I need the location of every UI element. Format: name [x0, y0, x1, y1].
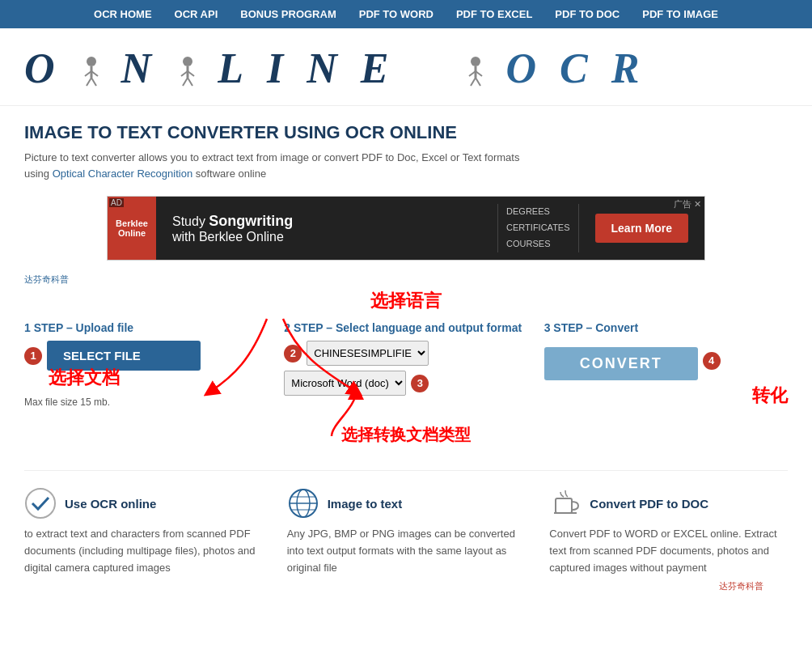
step3-title: 3 STEP – Convert [544, 321, 788, 334]
ad-label: AD [109, 198, 124, 207]
ad-learn-more-button[interactable]: Learn More [595, 214, 688, 243]
nav-bonus-program[interactable]: BONUS PROGRAM [229, 0, 347, 28]
ad-text-line1: Study [172, 214, 209, 228]
convert-annotation: 转化 [544, 384, 788, 408]
svg-line-5 [91, 78, 96, 86]
feature-use-ocr: Use OCR online to extract text and chara… [24, 487, 263, 576]
feature-use-ocr-title: Use OCR online [65, 497, 156, 511]
features-section: Use OCR online to extract text and chara… [24, 470, 788, 576]
check-circle-icon [24, 487, 57, 519]
svg-point-6 [183, 57, 192, 66]
ad-text-bold: Songwriting [209, 213, 293, 229]
svg-line-4 [87, 78, 91, 86]
steps-section: 1 STEP – Upload file 1 SELECT FILE 选择文档 … [24, 321, 788, 408]
nav-pdf-to-doc[interactable]: PDF TO DOC [543, 0, 631, 28]
ad-close-button[interactable]: 广告 ✕ [674, 198, 701, 210]
ad-banner: AD Berklee Online Study Songwriting with… [107, 196, 705, 261]
ad-text-line2: with Berklee Online [172, 230, 284, 244]
cup-icon [549, 487, 582, 519]
nav-pdf-to-image[interactable]: PDF TO IMAGE [631, 0, 730, 28]
step1-title: 1 STEP – Upload file [24, 321, 268, 334]
page-description: Picture to text converter allows you to … [24, 150, 788, 184]
select-doc-annotation: 选择转换文档类型 [24, 424, 788, 446]
feature-convert-pdf-desc: Convert PDF to WORD or EXCEL online. Ext… [549, 526, 788, 576]
svg-point-12 [471, 57, 480, 66]
feature-use-ocr-header: Use OCR online [24, 487, 263, 519]
feature-convert-pdf: Convert PDF to DOC Convert PDF to WORD o… [549, 487, 788, 576]
page-title: IMAGE TO TEXT CONVERTER USING OCR ONLINE [24, 122, 788, 143]
desc-text-3: software online [192, 167, 266, 180]
svg-line-11 [188, 78, 192, 86]
svg-point-0 [87, 57, 96, 66]
feature-image-to-text-title: Image to text [328, 497, 403, 511]
steps-wrapper: 选择语言 1 STEP – Upload file 1 SELECT FILE … [24, 289, 788, 446]
ad-middle-1: DEGREES [506, 204, 569, 220]
desc-ocr-link[interactable]: Optical Character Recognition [53, 167, 192, 180]
step3-box: 3 STEP – Convert CONVERT 4 转化 [544, 321, 788, 408]
svg-rect-24 [556, 498, 572, 513]
nav-bar: OCR HOME OCR API BONUS PROGRAM PDF TO WO… [0, 0, 812, 28]
select-file-label: SELECT FILE [63, 349, 141, 363]
step1-box: 1 STEP – Upload file 1 SELECT FILE 选择文档 … [24, 321, 268, 408]
watermark-top: 达芬奇科普 [24, 273, 788, 286]
feature-use-ocr-desc: to extract text and characters from scan… [24, 526, 263, 576]
main-content: IMAGE TO TEXT CONVERTER USING OCR ONLINE… [0, 106, 812, 612]
footer-watermark: 达芬奇科普 [24, 577, 788, 596]
ad-text: Study Songwriting with Berklee Online [156, 213, 497, 244]
svg-line-17 [476, 78, 480, 86]
nav-ocr-api[interactable]: OCR API [163, 0, 230, 28]
svg-line-16 [471, 78, 476, 86]
logo-area: O N L I N E O C R [0, 28, 812, 106]
svg-line-10 [183, 78, 188, 86]
format-select[interactable]: Microsoft Word (doc) Plain Text (txt) Ad… [284, 371, 406, 396]
globe-icon [287, 487, 319, 519]
nav-pdf-to-excel[interactable]: PDF TO EXCEL [445, 0, 543, 28]
site-logo: O N L I N E O C R [24, 45, 788, 97]
step1-badge: 1 [24, 347, 42, 365]
max-file-text: Max file size 15 mb. [24, 396, 268, 408]
convert-label: CONVERT [580, 355, 662, 372]
feature-convert-pdf-title: Convert PDF to DOC [590, 497, 708, 511]
ad-logo-line2: Online [118, 228, 146, 238]
steps-annot-container: 选择语言 1 STEP – Upload file 1 SELECT FILE … [24, 289, 788, 446]
feature-image-to-text-header: Image to text [287, 487, 526, 519]
select-lang-annotation: 选择语言 [24, 289, 788, 313]
feature-convert-pdf-header: Convert PDF to DOC [549, 487, 788, 519]
feature-image-to-text-desc: Any JPG, BMP or PNG images can be conver… [287, 526, 526, 576]
desc-text-1: Picture to text converter allows you to … [24, 151, 519, 163]
step2-title: 2 STEP – Select language and output form… [284, 321, 527, 334]
convert-button[interactable]: CONVERT [544, 347, 698, 380]
step2-box: 2 STEP – Select language and output form… [284, 321, 527, 396]
choose-doc-label: 选择文档 [49, 367, 120, 388]
ad-middle-3: COURSES [506, 236, 569, 252]
step3-badge: 4 [703, 352, 721, 370]
feature-image-to-text: Image to text Any JPG, BMP or PNG images… [287, 487, 526, 576]
step2-badge: 2 [284, 345, 302, 363]
step2-badge3: 3 [411, 375, 429, 392]
convert-annot-label: 转化 [752, 385, 788, 405]
nav-ocr-home[interactable]: OCR HOME [82, 0, 163, 28]
svg-point-18 [26, 489, 55, 518]
ad-middle-2: CERTIFICATES [506, 220, 569, 236]
nav-pdf-to-word[interactable]: PDF TO WORD [348, 0, 445, 28]
ad-middle: DEGREES CERTIFICATES COURSES [497, 204, 578, 252]
ad-logo-line1: Berklee [116, 218, 148, 228]
select-doc-label: 选择转换文档类型 [341, 426, 471, 443]
desc-text-2: using [24, 167, 53, 180]
select-lang-label: 选择语言 [370, 290, 442, 311]
language-select[interactable]: CHINESESIMPLIFIE ENGLISH FRENCH [307, 341, 429, 366]
